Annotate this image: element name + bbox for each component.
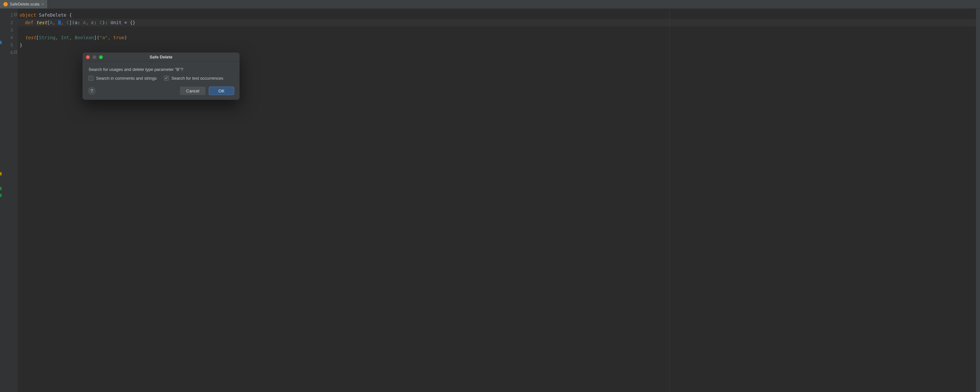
selected-type-param: B [58, 20, 61, 25]
line-number: 3 [2, 27, 13, 34]
checkbox-label: Search for text occurrences [172, 76, 223, 81]
right-margin-guide [669, 9, 670, 392]
dialog-options: Search in comments and strings Search fo… [89, 76, 234, 81]
error-stripe [976, 9, 980, 392]
line-number: 4 [2, 34, 13, 41]
marker-green-1[interactable] [0, 187, 2, 190]
cancel-button[interactable]: Cancel [180, 86, 205, 95]
marker-green-2[interactable] [0, 194, 2, 197]
fold-toggle-open[interactable]: − [14, 13, 17, 16]
checkbox-search-text[interactable]: Search for text occurrences [164, 76, 223, 81]
dialog-message: Search for usages and delete type parame… [89, 67, 234, 72]
line-number: 5 [2, 41, 13, 49]
ide-window: SafeDelete.scala × − − 1 2 3 4 5 6 objec… [0, 0, 980, 392]
checkbox-box[interactable] [89, 76, 94, 81]
line-number: 2 [2, 19, 13, 27]
code-line-4: test[String, Int, Boolean]("a", true) [20, 34, 976, 41]
line-gutter: − − 1 2 3 4 5 6 [2, 9, 18, 392]
dialog-body: Search for usages and delete type parame… [83, 62, 239, 83]
dialog-footer: ? Cancel OK [83, 83, 239, 100]
marker-blue[interactable] [0, 41, 2, 44]
tab-filename: SafeDelete.scala [10, 2, 40, 6]
ok-button[interactable]: OK [209, 86, 234, 95]
editor-tab[interactable]: SafeDelete.scala × [0, 0, 48, 8]
code-line-3 [20, 27, 976, 34]
marker-yellow[interactable] [0, 172, 2, 175]
checkbox-box[interactable] [164, 76, 169, 81]
editor-tabbar: SafeDelete.scala × [0, 0, 980, 9]
close-icon[interactable]: × [41, 2, 44, 6]
scala-file-icon [3, 2, 8, 6]
checkbox-search-comments[interactable]: Search in comments and strings [89, 76, 157, 81]
fold-toggle-close[interactable]: − [14, 51, 17, 54]
code-line-2: def test[A, B, C](a: A, c: C): Unit = {} [20, 19, 976, 27]
dialog-title: Safe Delete [83, 54, 239, 59]
code-line-1: object SafeDelete { [20, 11, 976, 19]
line-number: 6 [2, 49, 13, 56]
checkbox-label: Search in comments and strings [96, 76, 157, 81]
line-number: 1 [2, 11, 13, 19]
code-line-5: } [20, 41, 976, 49]
dialog-titlebar[interactable]: Safe Delete [83, 53, 239, 62]
safe-delete-dialog: Safe Delete Search for usages and delete… [82, 52, 240, 100]
help-button[interactable]: ? [88, 87, 96, 95]
